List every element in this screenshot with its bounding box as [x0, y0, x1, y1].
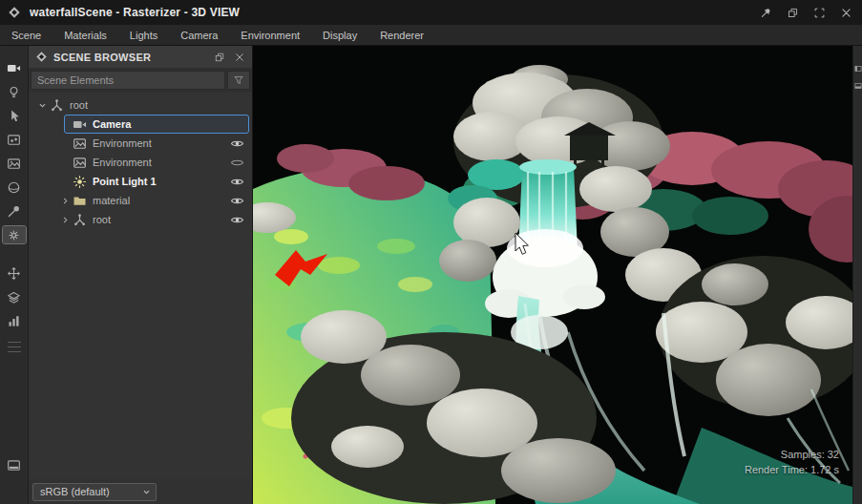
tree-item-label: Environment	[93, 157, 152, 168]
close-icon[interactable]	[840, 7, 852, 19]
scene-browser-header: SCENE BROWSER	[29, 46, 252, 68]
sphere-icon	[7, 180, 21, 195]
app-logo-icon	[8, 6, 21, 19]
visibility-eye-icon[interactable]	[230, 175, 244, 189]
menu-item-lights[interactable]: Lights	[130, 30, 158, 41]
menu-item-environment[interactable]: Environment	[241, 30, 300, 41]
folder-icon	[73, 194, 87, 208]
node-icon	[50, 98, 64, 113]
render-stats: Samples: 32 Render Time: 1.72 s	[745, 447, 839, 477]
menu-item-display[interactable]: Display	[323, 30, 357, 41]
image-keyframes-tool-button[interactable]	[3, 131, 26, 148]
scene-browser-panel: SCENE BROWSER root	[29, 46, 253, 504]
camera-icon	[73, 117, 87, 132]
bar-chart-icon	[7, 314, 21, 328]
menu-bar: Scene Materials Lights Camera Environmen…	[0, 25, 862, 46]
tree-item-label: root	[70, 99, 88, 111]
colorspace-bar: sRGB (default)	[29, 479, 252, 504]
colorspace-value: sRGB (default)	[40, 486, 110, 497]
visibility-eye-icon[interactable]	[230, 213, 244, 227]
render-settings-tool-button[interactable]	[3, 226, 26, 243]
scene-elements-search-input[interactable]	[31, 71, 225, 90]
restore-icon[interactable]	[787, 7, 799, 19]
point-light-icon	[73, 175, 87, 189]
undock-panel-icon[interactable]	[214, 52, 225, 63]
tree-item-label: Environment	[93, 137, 152, 149]
menu-item-scene[interactable]: Scene	[11, 30, 41, 41]
tree-item-camera[interactable]: Camera	[29, 115, 252, 134]
window-controls	[760, 7, 852, 19]
samples-label: Samples: 32	[745, 447, 839, 462]
pin-icon[interactable]	[760, 7, 772, 19]
menu-item-camera[interactable]: Camera	[180, 30, 218, 41]
close-panel-icon[interactable]	[234, 52, 245, 63]
tree-item-root[interactable]: root	[29, 95, 252, 115]
tree-item-label: Camera	[93, 118, 131, 130]
filter-button[interactable]	[227, 71, 250, 90]
tree-item-point-light-1[interactable]: Point Light 1	[29, 172, 252, 191]
statistics-tool-button[interactable]	[3, 312, 26, 329]
environment-icon	[73, 136, 87, 151]
left-toolbar	[0, 46, 29, 504]
visibility-eye-icon[interactable]	[230, 136, 244, 151]
chevron-down-icon	[141, 487, 152, 497]
layers-tool-button[interactable]	[3, 288, 26, 305]
move-icon	[7, 266, 21, 281]
app-window: waterfallScene - Rasterizer - 3D VIEW Sc…	[0, 0, 862, 504]
tree-item-root-child[interactable]: root	[29, 210, 252, 229]
sphere-tool-button[interactable]	[3, 178, 26, 196]
transform-move-tool-button[interactable]	[3, 264, 26, 282]
render-time-label: Render Time: 1.72 s	[745, 462, 839, 477]
toolbar-grip[interactable]	[8, 342, 21, 352]
node-icon	[73, 213, 87, 227]
scene-tree: root Camera Environment E	[29, 93, 252, 229]
3d-viewport[interactable]: Samples: 32 Render Time: 1.72 s	[253, 46, 852, 504]
expander-collapsed[interactable]	[57, 193, 73, 208]
image-keyframes-icon	[7, 133, 21, 147]
cursor-icon	[7, 109, 21, 123]
window-title: waterfallScene - Rasterizer - 3D VIEW	[30, 6, 240, 19]
title-bar: waterfallScene - Rasterizer - 3D VIEW	[0, 0, 862, 25]
select-cursor-tool-button[interactable]	[3, 107, 26, 124]
environment-icon	[73, 156, 87, 170]
scene-browser-title: SCENE BROWSER	[53, 52, 151, 63]
fullscreen-icon[interactable]	[813, 7, 826, 19]
side-panel-bottom-icon[interactable]	[854, 82, 862, 90]
gear-icon	[7, 228, 21, 242]
image-tool-button[interactable]	[3, 155, 26, 172]
rendered-waterfall-scene	[253, 46, 852, 504]
right-toolbar	[852, 46, 862, 504]
tree-item-environment-1[interactable]: Environment	[29, 134, 252, 153]
light-bulb-tool-button[interactable]	[3, 83, 26, 100]
visibility-eye-icon[interactable]	[230, 194, 244, 208]
menu-item-materials[interactable]: Materials	[64, 30, 107, 41]
expander-collapsed[interactable]	[57, 212, 73, 227]
tree-item-label: material	[93, 195, 130, 206]
visibility-eye-off-icon[interactable]	[230, 156, 244, 170]
video-camera-icon	[7, 61, 21, 75]
scene-filter-row	[29, 68, 252, 93]
tree-item-environment-2[interactable]: Environment	[29, 153, 252, 172]
color-picker-icon	[7, 204, 21, 219]
tree-item-label: Point Light 1	[93, 176, 157, 187]
light-bulb-icon	[7, 85, 21, 99]
image-icon	[7, 157, 21, 171]
scene-browser-icon	[35, 51, 48, 63]
tree-item-material[interactable]: material	[29, 191, 252, 210]
bottom-panel-toggle-button[interactable]	[3, 456, 26, 473]
video-camera-tool-button[interactable]	[3, 59, 26, 76]
tree-item-label: root	[93, 214, 111, 225]
filter-funnel-icon	[233, 74, 244, 86]
bottom-panel-icon	[7, 458, 21, 472]
menu-item-renderer[interactable]: Renderer	[380, 30, 424, 41]
color-picker-tool-button[interactable]	[3, 202, 26, 220]
side-panel-left-icon[interactable]	[854, 65, 862, 73]
layers-icon	[7, 290, 21, 304]
expander-open[interactable]	[34, 97, 50, 113]
colorspace-select[interactable]: sRGB (default)	[32, 483, 157, 501]
